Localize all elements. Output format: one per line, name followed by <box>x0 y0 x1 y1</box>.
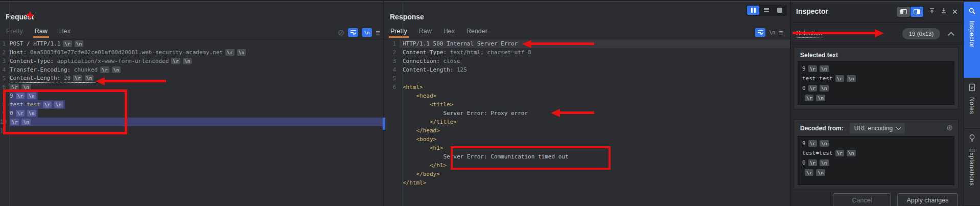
layout-single-button[interactable] <box>774 6 786 15</box>
cancel-button[interactable]: Cancel <box>833 193 891 206</box>
add-encoding-icon[interactable]: ⊕ <box>946 124 953 131</box>
decoded-text-box[interactable]: 9\r\ntest=test\r\n0\r\n\r\n <box>798 136 954 185</box>
crlf-chip: \n <box>816 169 825 176</box>
response-panel: Response Pretty Raw Hex Render \n ≡ 1HTT… <box>384 0 790 206</box>
encoding-dropdown[interactable]: URL encoding <box>850 123 905 133</box>
line-number: 1 <box>0 40 8 47</box>
inspector-text: 9 <box>802 65 806 72</box>
response-tab-raw[interactable]: Raw <box>419 28 432 35</box>
crlf-chip: \n <box>237 49 246 56</box>
rail-tab-explanations[interactable]: Explanations <box>964 129 980 206</box>
request-tab-raw[interactable]: Raw <box>35 28 48 35</box>
crlf-chip: \n <box>183 58 192 65</box>
code-line[interactable]: 2Host: 0aa5003f03e77cfe82ce01af00d20081.… <box>0 48 383 57</box>
code-line[interactable]: 6<html> <box>384 83 790 91</box>
code-line[interactable]: </head> <box>384 126 790 135</box>
code-line[interactable]: 4Content-Length: 125 <box>384 65 790 74</box>
selected-text-box[interactable]: 9\r\ntest=test\r\n0\r\n\r\n <box>798 61 954 105</box>
line-number: 4 <box>384 66 400 73</box>
response-inspector-divider[interactable] <box>790 0 791 206</box>
chevron-up-icon[interactable] <box>948 32 954 38</box>
code-line[interactable]: <body> <box>384 135 790 144</box>
line-number: 5 <box>0 75 8 82</box>
modified-marker-icon <box>27 12 33 18</box>
code-line[interactable]: </html> <box>384 178 790 187</box>
expand-all-icon[interactable] <box>940 7 947 16</box>
request-tab-pretty[interactable]: Pretty <box>6 28 23 35</box>
editor-menu-icon[interactable]: ≡ <box>376 29 380 36</box>
response-tab-hex[interactable]: Hex <box>444 28 455 35</box>
response-tab-render[interactable]: Render <box>466 28 487 35</box>
search-disabled-icon[interactable]: ⊘ <box>338 29 344 37</box>
crlf-chip: \n <box>847 150 855 157</box>
code-text: </body> <box>403 171 440 177</box>
response-tab-pretty[interactable]: Pretty <box>390 28 407 35</box>
layout-rows-button[interactable] <box>760 6 773 15</box>
annotation-arrow-status-line <box>531 42 594 45</box>
code-text: Content-Type: <box>403 49 447 56</box>
code-text: Content-Type: <box>10 58 54 64</box>
annotation-box-request-body <box>3 89 127 134</box>
code-line[interactable]: <head> <box>384 91 790 100</box>
rail-tab-notes[interactable]: Notes <box>964 78 980 129</box>
crlf-chip: \n <box>820 65 828 73</box>
decoded-from-label: Decoded from: <box>800 125 844 132</box>
code-line[interactable]: 2Content-Type: text/html; charset=utf-8 <box>384 48 790 57</box>
code-line[interactable]: 3Connection: close <box>384 57 790 65</box>
inspector-header-icons: × <box>897 6 958 17</box>
code-text: </head> <box>403 127 440 134</box>
inspector-buttons: Cancel Apply changes <box>791 193 962 206</box>
show-nonprintable-icon[interactable]: \n <box>362 28 372 37</box>
code-line[interactable]: </title> <box>384 118 790 126</box>
annotation-arrow-status-line <box>522 40 531 48</box>
code-line[interactable]: <title> <box>384 100 790 109</box>
crlf-chip: \n <box>75 40 83 48</box>
crlf-chip: \n <box>112 66 121 74</box>
response-editor[interactable]: 1HTTP/1.1 500 Internal Server Error2Cont… <box>384 39 790 206</box>
inspector-title: Inspector <box>796 7 828 15</box>
code-text: <h1> <box>403 145 443 151</box>
dock-left-button[interactable] <box>897 7 910 17</box>
crlf-chip: \n <box>820 140 828 147</box>
response-editor-toolbar: \n ≡ <box>755 28 783 37</box>
layout-columns-button[interactable] <box>747 6 759 15</box>
line-number: 2 <box>384 49 400 56</box>
request-tab-hex[interactable]: Hex <box>59 28 71 35</box>
crlf-chip: \r <box>100 66 109 74</box>
response-panel-title: Response <box>390 13 424 21</box>
editor-menu-icon[interactable]: ≡ <box>779 29 783 36</box>
close-inspector-icon[interactable]: × <box>952 7 958 16</box>
code-text: Content-Length: <box>403 66 453 73</box>
soft-wrap-icon[interactable] <box>348 28 358 37</box>
layout-toggle-group <box>746 5 787 16</box>
request-response-divider[interactable] <box>383 0 384 206</box>
inspector-dock-toggle <box>897 6 924 17</box>
apply-changes-button[interactable]: Apply changes <box>897 193 958 206</box>
inspector-icon <box>968 7 976 17</box>
crlf-chip: \r <box>225 49 234 56</box>
inspector-text: 9 <box>802 140 806 147</box>
dock-right-button[interactable] <box>911 7 923 17</box>
rail-tab-inspector[interactable]: Inspector <box>964 2 980 78</box>
code-line[interactable]: 5Content-Length: 20\r\n <box>0 74 383 83</box>
soft-wrap-icon[interactable] <box>755 28 765 37</box>
annotation-box-timeout-message <box>451 146 611 170</box>
code-line[interactable]: 5 <box>384 74 790 83</box>
inspector-text-line: \r\n <box>802 168 950 177</box>
crlf-chip: \r <box>808 85 817 92</box>
code-line[interactable]: 4Transfer-Encoding: chunked\r\n <box>0 65 383 74</box>
selected-text-section: Selected text 9\r\ntest=test\r\n0\r\n\r\… <box>794 47 959 109</box>
crlf-chip: \r <box>808 140 817 147</box>
code-line[interactable]: 3Content-Type: application/x-www-form-ur… <box>0 57 383 65</box>
request-editor-toolbar: ⊘ \n ≡ <box>338 28 380 37</box>
show-nonprintable-icon[interactable]: \n <box>769 30 775 35</box>
line-number: 5 <box>384 75 400 82</box>
crlf-chip: \r <box>63 40 72 48</box>
code-line[interactable]: </body> <box>384 170 790 178</box>
code-line[interactable]: 1POST / HTTP/1.1\r\n <box>0 39 383 48</box>
collapse-all-icon[interactable] <box>928 7 936 16</box>
decoded-header: Decoded from: URL encoding <box>800 123 905 133</box>
crlf-chip: \n <box>847 75 855 82</box>
response-tabs: Pretty Raw Hex Render <box>390 28 487 35</box>
rail-tab-label: Explanations <box>968 148 975 186</box>
